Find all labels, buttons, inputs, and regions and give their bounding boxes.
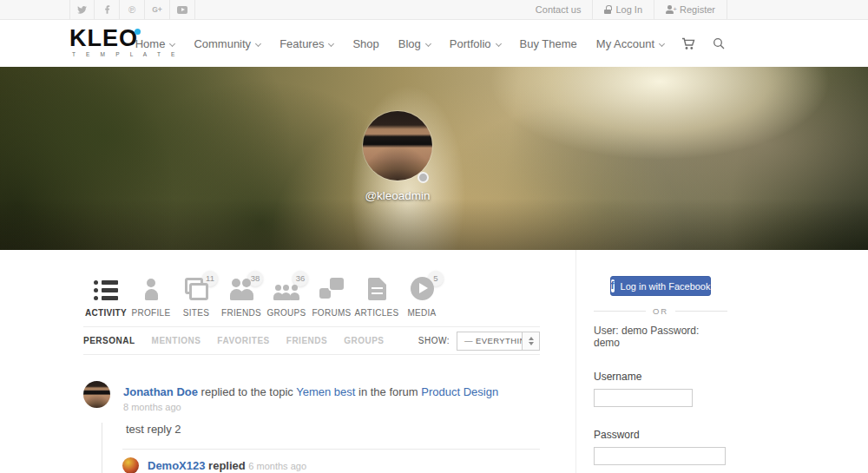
chevron-down-icon	[425, 40, 431, 46]
activity-feed: Jonathan Doe replied to the topic Yemen …	[83, 355, 540, 473]
youtube-icon[interactable]	[170, 0, 195, 19]
tab-groups[interactable]: 36 GROUPS	[264, 273, 309, 326]
profile-avatar[interactable]	[363, 111, 432, 181]
user-add-icon: +	[666, 5, 676, 14]
login-sidebar: f Log in with Facebook OR User: demo Pas…	[594, 250, 727, 473]
comment-timestamp: 6 months ago	[248, 461, 306, 471]
activity-subnav: PERSONAL MENTIONS FAVORITES FRIENDS GROU…	[83, 326, 540, 355]
activity-action-text: Jonathan Doe replied to the topic Yemen …	[123, 385, 498, 398]
avatar-photo	[363, 111, 432, 181]
activity-topic-link[interactable]: Yemen best	[296, 385, 355, 398]
activity-list-icon	[94, 280, 118, 300]
status-indicator-dot	[418, 172, 429, 183]
subtab-friends[interactable]: FRIENDS	[286, 336, 327, 345]
contact-us-link[interactable]: Contact us	[524, 0, 593, 19]
groups-icon	[273, 279, 299, 300]
menu-features[interactable]: Features	[279, 37, 333, 50]
topbar-links: Contact us Log In +Register	[524, 0, 727, 19]
activity-forum-link[interactable]: Product Design	[421, 385, 498, 398]
username-label: Username	[594, 371, 727, 383]
media-play-icon	[411, 277, 434, 300]
menu-community[interactable]: Community	[194, 37, 260, 50]
select-spinner-icon	[522, 332, 539, 350]
chevron-down-icon	[496, 40, 502, 46]
googleplus-icon[interactable]: G+	[145, 0, 170, 19]
chevron-down-icon	[169, 40, 175, 46]
subtab-mentions[interactable]: MENTIONS	[152, 336, 201, 345]
menu-shop[interactable]: Shop	[352, 37, 378, 50]
activity-filter-select[interactable]: — EVERYTHING —	[457, 332, 540, 351]
facebook-icon: f	[611, 279, 615, 292]
subtab-personal[interactable]: PERSONAL	[83, 336, 135, 345]
activity-author-avatar[interactable]	[83, 381, 110, 408]
chevron-down-icon	[255, 40, 261, 46]
tab-sites[interactable]: 11 SITES	[174, 273, 219, 326]
comment-author-link[interactable]: DemoX123	[148, 459, 205, 472]
activity-timestamp: 8 months ago	[123, 402, 498, 412]
subtab-favorites[interactable]: FAVORITES	[217, 336, 269, 345]
tab-media[interactable]: 5 MEDIA	[399, 273, 444, 326]
main-menu: Home Community Features Shop Blog Portfo…	[116, 20, 725, 67]
username-input[interactable]	[594, 389, 693, 407]
activity-item-header: Jonathan Doe replied to the topic Yemen …	[83, 381, 540, 412]
password-input[interactable]	[594, 447, 726, 465]
search-icon[interactable]	[713, 37, 725, 49]
tab-forums[interactable]: FORUMS	[309, 273, 354, 326]
tab-profile[interactable]: PROFILE	[128, 273, 174, 326]
tab-activity[interactable]: ACTIVITY	[83, 273, 128, 326]
menu-home[interactable]: Home	[135, 37, 175, 50]
top-bar: ℗ G+ Contact us Log In +Register	[0, 0, 868, 20]
show-filter-label: SHOW:	[418, 336, 450, 345]
main-navbar: KLEO T E M P L A T E Home Community Feat…	[0, 20, 868, 67]
tab-friends[interactable]: 38 FRIENDS	[219, 273, 264, 326]
facebook-icon[interactable]	[95, 0, 120, 19]
profile-cover-image: @kleoadmin	[0, 67, 868, 250]
password-label: Password	[594, 429, 727, 441]
comment-author-avatar[interactable]	[122, 457, 139, 473]
cart-icon[interactable]	[681, 37, 695, 50]
twitter-icon[interactable]	[69, 0, 95, 19]
chevron-down-icon	[328, 40, 334, 46]
or-divider: OR	[594, 306, 727, 316]
social-links: ℗ G+	[69, 0, 195, 19]
chevron-down-icon	[659, 40, 665, 46]
register-link-top[interactable]: +Register	[654, 0, 727, 19]
main-column: ACTIVITY PROFILE 11 SITES 38 FRIENDS 36 …	[83, 250, 540, 473]
login-link[interactable]: Log In	[592, 0, 654, 19]
articles-icon	[368, 278, 386, 300]
friends-icon	[230, 279, 253, 300]
facebook-login-button[interactable]: f Log in with Facebook	[610, 276, 711, 296]
profile-tabs: ACTIVITY PROFILE 11 SITES 38 FRIENDS 36 …	[83, 250, 540, 326]
pinterest-icon[interactable]: ℗	[120, 0, 145, 19]
column-divider	[575, 250, 576, 473]
activity-body-text: test reply 2	[102, 423, 540, 436]
menu-buy-theme[interactable]: Buy Theme	[520, 37, 577, 50]
profile-user-icon	[145, 279, 158, 300]
menu-my-account[interactable]: My Account	[596, 37, 664, 50]
profile-username: @kleoadmin	[328, 189, 467, 202]
menu-portfolio[interactable]: Portfolio	[450, 37, 501, 50]
activity-inner: test reply 2 DemoX123 replied 6 months a…	[102, 423, 540, 473]
subtab-groups[interactable]: GROUPS	[344, 336, 384, 345]
page: ℗ G+ Contact us Log In +Register KLEO T …	[0, 0, 868, 473]
forums-icon	[319, 278, 344, 300]
tab-articles[interactable]: ARTICLES	[354, 273, 399, 326]
comment-row: DemoX123 replied 6 months ago	[102, 450, 540, 473]
menu-blog[interactable]: Blog	[398, 37, 431, 50]
lock-icon	[604, 5, 611, 14]
demo-credentials-hint: User: demo Password: demo	[594, 325, 727, 349]
activity-author-link[interactable]: Jonathan Doe	[123, 385, 198, 398]
sites-icon	[185, 278, 208, 300]
